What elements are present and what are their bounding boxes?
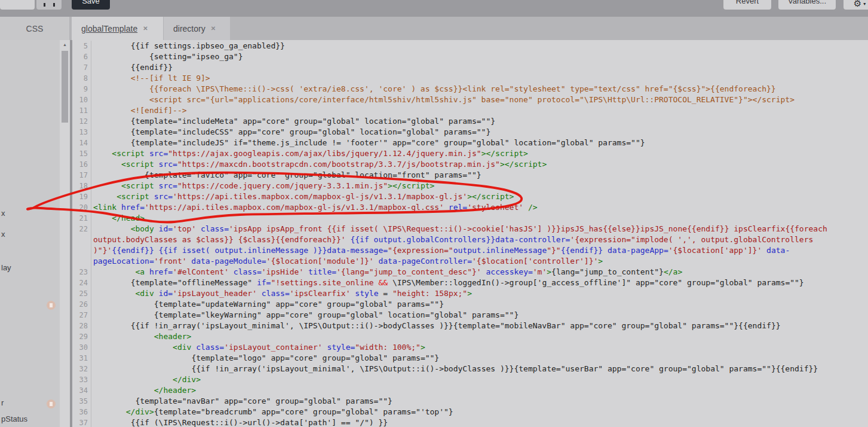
code-text[interactable]: {template="navBar" app="core" group="glo… bbox=[91, 396, 868, 407]
code-text[interactable]: </head> bbox=[91, 213, 868, 224]
code-line-10[interactable]: 10 <script src="{url="applications/core/… bbox=[72, 94, 868, 105]
code-text[interactable]: <script src="https://code.jquery.com/jqu… bbox=[91, 181, 868, 191]
code-text[interactable]: <![endif]--> bbox=[91, 105, 868, 116]
close-icon[interactable]: ✕ bbox=[143, 26, 148, 32]
code-text[interactable]: {template="includeMeta" app="core" group… bbox=[91, 116, 868, 127]
code-line-37[interactable]: 37 {{if (\IPS\Request::i()->url()->data[… bbox=[72, 417, 868, 427]
code-line-6[interactable]: 6 {setting="ipseo_ga"} bbox=[72, 51, 868, 62]
code-line-20[interactable]: 20<link href='https://api.tiles.mapbox.c… bbox=[72, 202, 868, 213]
code-text[interactable]: {template="offlineMessage" if="!settings… bbox=[91, 277, 868, 288]
code-text[interactable]: {{if settings.ipbseo_ga_enabled}} bbox=[91, 41, 868, 51]
code-line-19[interactable]: 19 <script src='https://api.tiles.mapbox… bbox=[72, 191, 868, 202]
code-line-18[interactable]: 18 <script src="https://code.jquery.com/… bbox=[72, 181, 868, 191]
toolbar-back-button[interactable] bbox=[0, 0, 35, 10]
line-number: 37 bbox=[72, 417, 91, 427]
code-line-9[interactable]: 9 {{foreach \IPS\Theme::i()->css( 'extra… bbox=[72, 84, 868, 94]
code-text[interactable]: </header> bbox=[91, 385, 868, 396]
code-text[interactable]: <div class='ipsLayout_container' style="… bbox=[91, 342, 868, 353]
code-text[interactable]: <script src='https://api.tiles.mapbox.co… bbox=[91, 191, 868, 202]
sidebar-item[interactable]: lay bbox=[1, 263, 11, 272]
line-number: 6 bbox=[72, 51, 91, 62]
code-line-28[interactable]: 28 {{if !in_array('ipsLayout_minimal', \… bbox=[72, 321, 868, 331]
code-line-32[interactable]: 32 {{if !in_array('ipsLayout_minimal', \… bbox=[72, 364, 868, 374]
code-text[interactable]: <!--[if lt IE 9]> bbox=[91, 73, 868, 84]
code-line-36[interactable]: 36 </div>{template="breadcrumb" app="cor… bbox=[72, 407, 868, 417]
code-line-22[interactable]: 22 <body id='top' class='ipsApp ipsApp_f… bbox=[72, 224, 868, 267]
sidebar-item[interactable]: x bbox=[1, 209, 5, 218]
code-text[interactable]: <link href='https://api.tiles.mapbox.com… bbox=[91, 202, 868, 213]
code-text[interactable]: {{endif}} bbox=[91, 62, 868, 73]
code-line-21[interactable]: 21 </head> bbox=[72, 213, 868, 224]
sidebar-scrollbar[interactable]: ▲ bbox=[60, 40, 70, 427]
sidebar-item[interactable]: pStatus bbox=[1, 414, 27, 423]
code-text[interactable]: <header> bbox=[91, 331, 868, 342]
line-number: 14 bbox=[72, 138, 91, 148]
code-line-26[interactable]: 26 {template="updateWarning" app="core" … bbox=[72, 299, 868, 310]
code-line-14[interactable]: 14 {template="includeJS" if="theme.js_in… bbox=[72, 138, 868, 148]
close-icon[interactable]: ✕ bbox=[211, 26, 216, 32]
code-line-31[interactable]: 31 {template="logo" app="core" group="gl… bbox=[72, 353, 868, 364]
scroll-up-icon[interactable]: ▲ bbox=[60, 42, 70, 47]
code-text[interactable]: </div>{template="breadcrumb" app="core" … bbox=[91, 407, 868, 417]
code-line-5[interactable]: 5 {{if settings.ipbseo_ga_enabled}} bbox=[72, 41, 868, 51]
code-line-11[interactable]: 11 <![endif]--> bbox=[72, 105, 868, 116]
line-number: 10 bbox=[72, 94, 91, 105]
sidebar-item[interactable]: x bbox=[1, 230, 5, 239]
tab-globaltemplate[interactable]: globalTemplate ✕ bbox=[72, 17, 163, 40]
code-text[interactable]: <div id='ipsLayout_header' class='ipsCle… bbox=[91, 288, 868, 299]
code-line-23[interactable]: 23 <a href='#elContent' class='ipsHide' … bbox=[72, 267, 868, 277]
code-line-35[interactable]: 35 {template="navBar" app="core" group="… bbox=[72, 396, 868, 407]
code-line-30[interactable]: 30 <div class='ipsLayout_container' styl… bbox=[72, 342, 868, 353]
code-text[interactable]: {{if !in_array('ipsLayout_minimal', \IPS… bbox=[91, 364, 868, 374]
line-number: 34 bbox=[72, 385, 91, 396]
line-number: 18 bbox=[72, 181, 91, 191]
code-text[interactable]: {template="includeCSS" app="core" group=… bbox=[91, 127, 868, 138]
code-line-29[interactable]: 29 <header> bbox=[72, 331, 868, 342]
code-line-7[interactable]: 7 {{endif}} bbox=[72, 62, 868, 73]
code-line-25[interactable]: 25 <div id='ipsLayout_header' class='ips… bbox=[72, 288, 868, 299]
code-text[interactable]: {{foreach \IPS\Theme::i()->css( 'extra/i… bbox=[91, 84, 868, 94]
code-text[interactable]: {template="logo" app="core" group="globa… bbox=[91, 353, 868, 364]
code-text[interactable]: {template="favico" app="core" group="glo… bbox=[91, 170, 868, 181]
line-number: 11 bbox=[72, 105, 91, 116]
settings-button[interactable]: ⚙ ▾ bbox=[844, 0, 868, 10]
code-text[interactable]: {template="includeJS" if="theme.js_inclu… bbox=[91, 138, 868, 148]
line-number: 33 bbox=[72, 374, 91, 385]
code-line-15[interactable]: 15 <script src="https://ajax.googleapis.… bbox=[72, 148, 868, 159]
line-number: 31 bbox=[72, 353, 91, 364]
code-text[interactable]: <a href='#elContent' class='ipsHide' tit… bbox=[91, 267, 868, 277]
revert-button[interactable]: Revert bbox=[723, 0, 771, 10]
code-text[interactable]: {template="lkeyWarning" app="core" group… bbox=[91, 310, 868, 321]
code-text[interactable]: {{if !in_array('ipsLayout_minimal', \IPS… bbox=[91, 321, 868, 331]
line-number: 22 bbox=[72, 224, 91, 267]
code-line-27[interactable]: 27 {template="lkeyWarning" app="core" gr… bbox=[72, 310, 868, 321]
code-line-16[interactable]: 16 <script src="https://maxcdn.bootstrap… bbox=[72, 159, 868, 170]
editor-tabbar: CSS globalTemplate ✕ directory ✕ bbox=[0, 17, 868, 40]
code-editor[interactable]: 5 {{if settings.ipbseo_ga_enabled}}6 {se… bbox=[72, 40, 868, 427]
code-text[interactable]: <script src="https://ajax.googleapis.com… bbox=[91, 148, 868, 159]
line-number: 12 bbox=[72, 116, 91, 127]
scrollbar-thumb[interactable] bbox=[62, 51, 68, 123]
code-text[interactable]: {template="updateWarning" app="core" gro… bbox=[91, 299, 868, 310]
code-line-24[interactable]: 24 {template="offlineMessage" if="!setti… bbox=[72, 277, 868, 288]
line-number: 29 bbox=[72, 331, 91, 342]
tab-directory[interactable]: directory ✕ bbox=[164, 17, 230, 40]
code-line-17[interactable]: 17 {template="favico" app="core" group="… bbox=[72, 170, 868, 181]
toolbar-history-button[interactable] bbox=[36, 0, 62, 10]
sidebar-item[interactable]: r bbox=[1, 398, 4, 407]
code-text[interactable]: {setting="ipseo_ga"} bbox=[91, 51, 868, 62]
variables-button[interactable]: Variables... bbox=[778, 0, 836, 10]
code-text[interactable]: </div> bbox=[91, 374, 868, 385]
line-number: 21 bbox=[72, 213, 91, 224]
code-text[interactable]: {{if (\IPS\Request::i()->url()->data['pa… bbox=[91, 417, 868, 427]
code-text[interactable]: <script src="https://maxcdn.bootstrapcdn… bbox=[91, 159, 868, 170]
code-text[interactable]: <body id='top' class='ipsApp ipsApp_fron… bbox=[91, 224, 868, 267]
save-button[interactable]: Save bbox=[72, 0, 110, 10]
code-line-33[interactable]: 33 </div> bbox=[72, 374, 868, 385]
code-line-13[interactable]: 13 {template="includeCSS" app="core" gro… bbox=[72, 127, 868, 138]
code-text[interactable]: <script src="{url="applications/core/int… bbox=[91, 94, 868, 105]
code-line-34[interactable]: 34 </header> bbox=[72, 385, 868, 396]
code-line-8[interactable]: 8 <!--[if lt IE 9]> bbox=[72, 73, 868, 84]
code-line-12[interactable]: 12 {template="includeMeta" app="core" gr… bbox=[72, 116, 868, 127]
sidebar-section-css[interactable]: CSS bbox=[0, 17, 69, 40]
